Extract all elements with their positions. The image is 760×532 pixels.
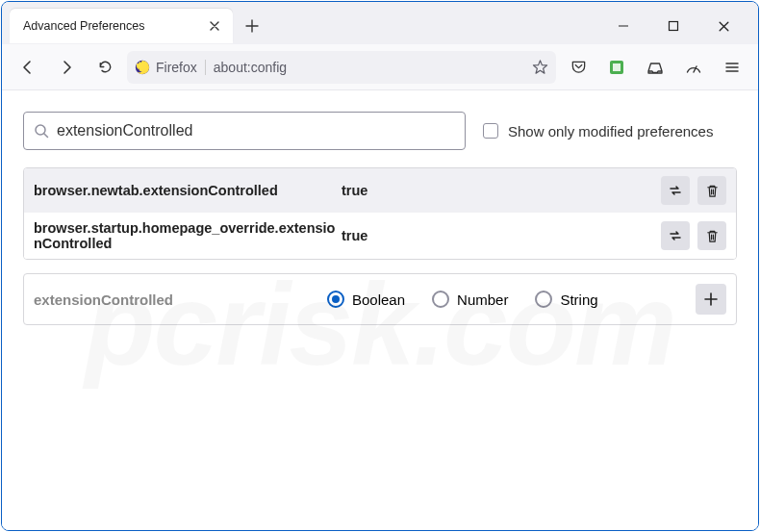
show-modified-checkbox[interactable]: Show only modified preferences bbox=[483, 123, 713, 139]
pref-name: browser.startup.homepage_override.extens… bbox=[34, 220, 342, 251]
pref-name: browser.newtab.extensionControlled bbox=[34, 183, 342, 198]
maximize-button[interactable] bbox=[656, 9, 691, 43]
pref-actions bbox=[661, 221, 726, 250]
inbox-icon[interactable] bbox=[639, 51, 671, 84]
pref-value: true bbox=[342, 228, 661, 243]
tab-title: Advanced Preferences bbox=[23, 19, 206, 33]
url-bar[interactable]: Firefox about:config bbox=[127, 51, 556, 84]
search-icon bbox=[34, 123, 49, 139]
radio-label: Number bbox=[457, 291, 508, 308]
toggle-button[interactable] bbox=[661, 221, 690, 250]
page-content: pcrisk.com Show only modified preference… bbox=[2, 90, 758, 530]
search-input[interactable] bbox=[57, 122, 455, 139]
checkbox-icon bbox=[483, 123, 498, 139]
new-pref-name: extensionControlled bbox=[34, 291, 308, 308]
radio-number[interactable]: Number bbox=[432, 291, 508, 308]
firefox-icon bbox=[135, 60, 150, 75]
menu-button[interactable] bbox=[716, 51, 748, 84]
type-radio-group: Boolean Number String bbox=[327, 291, 676, 308]
radio-icon bbox=[327, 291, 344, 308]
identity-label: Firefox bbox=[156, 60, 197, 75]
svg-rect-3 bbox=[613, 63, 621, 71]
new-tab-button[interactable] bbox=[237, 11, 267, 41]
search-box[interactable] bbox=[23, 112, 466, 150]
delete-button[interactable] bbox=[697, 176, 726, 205]
radio-icon bbox=[432, 291, 449, 308]
forward-button[interactable] bbox=[50, 51, 83, 84]
radio-icon bbox=[535, 291, 552, 308]
nav-toolbar: Firefox about:config bbox=[2, 44, 758, 90]
back-button[interactable] bbox=[12, 51, 44, 84]
close-window-button[interactable] bbox=[706, 9, 741, 43]
pref-row: browser.newtab.extensionControlled true bbox=[24, 168, 736, 213]
close-tab-icon[interactable] bbox=[206, 17, 223, 35]
add-button[interactable] bbox=[696, 284, 726, 315]
url-text: about:config bbox=[214, 60, 524, 75]
active-tab[interactable]: Advanced Preferences bbox=[10, 9, 233, 43]
pref-row: browser.startup.homepage_override.extens… bbox=[24, 213, 736, 259]
new-pref-row: extensionControlled Boolean Number Strin… bbox=[23, 273, 737, 325]
reload-button[interactable] bbox=[89, 51, 121, 84]
delete-button[interactable] bbox=[697, 221, 726, 250]
toggle-button[interactable] bbox=[661, 176, 690, 205]
extension-icon[interactable] bbox=[600, 51, 633, 84]
pref-value: true bbox=[342, 183, 661, 198]
svg-rect-0 bbox=[670, 22, 678, 31]
show-modified-label: Show only modified preferences bbox=[508, 123, 713, 139]
radio-label: Boolean bbox=[352, 291, 405, 308]
meter-icon[interactable] bbox=[677, 51, 710, 84]
search-row: Show only modified preferences bbox=[23, 112, 737, 150]
minimize-button[interactable] bbox=[606, 9, 641, 43]
radio-string[interactable]: String bbox=[535, 291, 597, 308]
tab-strip: Advanced Preferences bbox=[2, 2, 758, 44]
site-identity[interactable]: Firefox bbox=[135, 60, 206, 75]
browser-window: Advanced Preferences bbox=[1, 1, 759, 531]
pref-actions bbox=[661, 176, 726, 205]
window-controls bbox=[606, 9, 750, 43]
radio-label: String bbox=[560, 291, 597, 308]
pref-table: browser.newtab.extensionControlled true … bbox=[23, 167, 737, 260]
bookmark-star-icon[interactable] bbox=[532, 59, 548, 75]
pocket-icon[interactable] bbox=[562, 51, 595, 84]
radio-boolean[interactable]: Boolean bbox=[327, 291, 405, 308]
